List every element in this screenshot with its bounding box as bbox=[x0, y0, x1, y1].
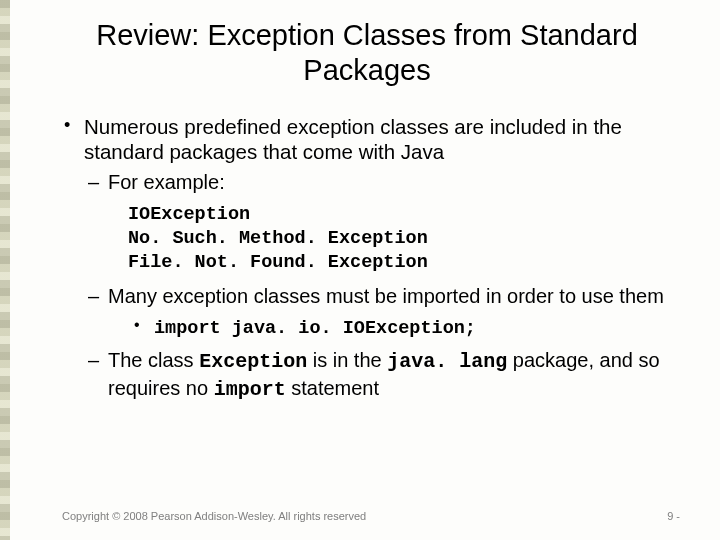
import-code: import java. io. IOException; bbox=[154, 318, 476, 339]
t3c: is in the bbox=[307, 349, 387, 371]
bullet-1-text: Numerous predefined exception classes ar… bbox=[84, 115, 622, 164]
slide-footer: Copyright © 2008 Pearson Addison-Wesley.… bbox=[62, 510, 680, 522]
t3a: The class bbox=[108, 349, 199, 371]
decorative-left-stripe bbox=[0, 0, 10, 540]
sub-bullet-import-text: Many exception classes must be imported … bbox=[108, 285, 664, 307]
slide-title: Review: Exception Classes from Standard … bbox=[62, 18, 672, 88]
import-statement-bullet: import java. io. IOException; bbox=[132, 315, 672, 341]
bullet-list-lvl2b: Many exception classes must be imported … bbox=[84, 283, 672, 403]
code-example-block: IOException No. Such. Method. Exception … bbox=[128, 203, 672, 275]
copyright-text: Copyright © 2008 Pearson Addison-Wesley.… bbox=[62, 510, 366, 522]
bullet-list-lvl3: import java. io. IOException; bbox=[108, 315, 672, 341]
t3g: statement bbox=[286, 377, 379, 399]
code-line-1: IOException bbox=[128, 203, 672, 227]
t3f: import bbox=[214, 378, 286, 401]
t3d: java. lang bbox=[387, 350, 507, 373]
slide-body: Review: Exception Classes from Standard … bbox=[0, 0, 720, 403]
bullet-list-lvl2: For example: bbox=[84, 169, 672, 195]
code-line-3: File. Not. Found. Exception bbox=[128, 251, 672, 275]
sub-bullet-for-example: For example: bbox=[84, 169, 672, 195]
sub-bullet-exception-class: The class Exception is in the java. lang… bbox=[84, 347, 672, 403]
t3b: Exception bbox=[199, 350, 307, 373]
bullet-list-lvl1: Numerous predefined exception classes ar… bbox=[62, 114, 672, 403]
code-line-2: No. Such. Method. Exception bbox=[128, 227, 672, 251]
bullet-1: Numerous predefined exception classes ar… bbox=[62, 114, 672, 403]
page-number: 9 - bbox=[667, 510, 680, 522]
sub-bullet-import-note: Many exception classes must be imported … bbox=[84, 283, 672, 341]
